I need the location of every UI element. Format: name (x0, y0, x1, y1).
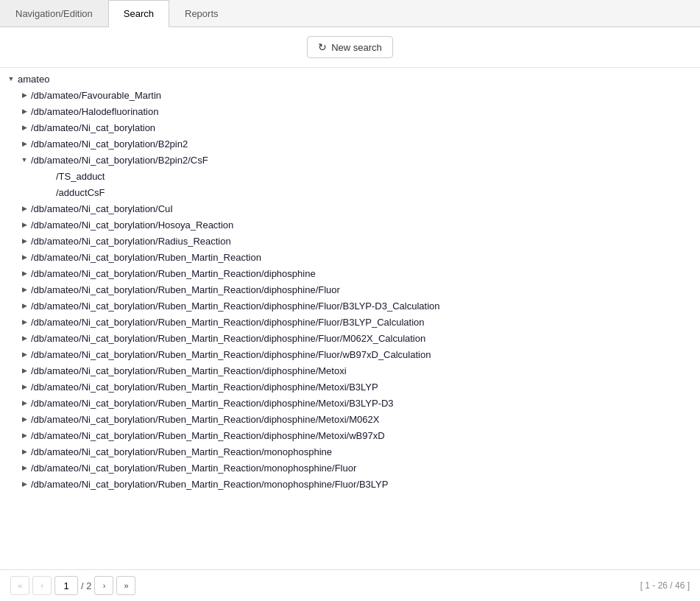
tree-item-label: /db/amateo/Ni_cat_borylation/Ruben_Marti… (31, 268, 316, 279)
tree-item-label: /db/amateo/Ni_cat_borylation (31, 122, 155, 133)
tree-item-label: /db/amateo/Ni_cat_borylation/Ruben_Marti… (31, 398, 394, 409)
tree-item[interactable]: ▶/db/amateo/Ni_cat_borylation/Ruben_Mart… (0, 460, 700, 476)
tree-toggle-icon: ▶ (18, 477, 31, 491)
tree-item[interactable]: ▶/db/amateo/Ni_cat_borylation/Ruben_Mart… (0, 395, 700, 411)
tree-item-label: /db/amateo/Ni_cat_borylation/Ruben_Marti… (31, 430, 385, 441)
page-of-label: / 2 (81, 580, 91, 591)
tree-item-label: /db/amateo/Ni_cat_borylation/Ruben_Marti… (31, 446, 332, 457)
tree-item-label: /db/amateo/Ni_cat_borylation/B2pin2/CsF (31, 155, 208, 166)
tree-item[interactable]: ▶/db/amateo/Favourable_Martin (0, 87, 700, 103)
tree-item-label: /db/amateo/Ni_cat_borylation/Ruben_Marti… (31, 382, 378, 393)
first-page-button[interactable]: « (10, 576, 29, 595)
tree-toggle-icon: ▶ (18, 315, 31, 328)
tree-toggle-icon: ▶ (18, 218, 31, 231)
new-search-label: New search (331, 42, 382, 53)
tree-toggle-icon (43, 186, 56, 199)
pagination-controls: « ‹ / 2 › » (10, 576, 135, 595)
refresh-icon: ↻ (318, 41, 327, 53)
tree-toggle-icon: ▶ (18, 250, 31, 264)
tree-item-label: /db/amateo/Ni_cat_borylation/Ruben_Marti… (31, 300, 439, 312)
tree-item[interactable]: ▶/db/amateo/Ni_cat_borylation/Ruben_Mart… (0, 476, 700, 492)
tree-item[interactable]: ▶/db/amateo/Ni_cat_borylation/Ruben_Mart… (0, 427, 700, 443)
tree-toggle-icon: ▶ (18, 396, 31, 410)
tree-items-container: ▶/db/amateo/Favourable_Martin▶/db/amateo… (0, 87, 700, 492)
tree-toggle-icon: ▶ (18, 202, 31, 215)
app-wrapper: Navigation/Edition Search Reports ↻ New … (0, 0, 700, 601)
tree-item[interactable]: ▶/db/amateo/Ni_cat_borylation/Hosoya_Rea… (0, 217, 700, 233)
tree-toggle-icon: ▶ (18, 445, 31, 458)
tree-item-label: /db/amateo/Ni_cat_borylation/Ruben_Marti… (31, 333, 425, 344)
prev-page-button[interactable]: ‹ (32, 576, 52, 595)
tree-toggle-icon: ▶ (18, 105, 31, 118)
tab-search[interactable]: Search (108, 0, 169, 27)
pagination-bar: « ‹ / 2 › » [ 1 - 26 / 46 ] (0, 569, 700, 601)
tree-toggle-icon: ▼ (18, 153, 31, 166)
tree-item-label: /db/amateo/Ni_cat_borylation/Ruben_Marti… (31, 349, 431, 360)
tree-item[interactable]: ▶/db/amateo/Ni_cat_borylation/Ruben_Mart… (0, 346, 700, 362)
tree-toggle-icon (43, 169, 56, 183)
tree-toggle-icon: ▶ (18, 267, 31, 280)
tree-item-label: /db/amateo/Ni_cat_borylation/Ruben_Marti… (31, 365, 347, 376)
tree-item-label: /db/amateo/Ni_cat_borylation/Ruben_Marti… (31, 463, 356, 474)
tree-item[interactable]: ▶/db/amateo/Ni_cat_borylation/CuI (0, 200, 700, 217)
tree-item[interactable]: ▶/db/amateo/Ni_cat_borylation (0, 119, 700, 136)
tab-navigation-edition[interactable]: Navigation/Edition (0, 0, 108, 27)
tree-item[interactable]: ▼/db/amateo/Ni_cat_borylation/B2pin2/CsF (0, 152, 700, 168)
tree-toggle-icon: ▶ (18, 364, 31, 377)
tree-item[interactable]: /TS_adduct (0, 168, 700, 184)
tree-root[interactable]: ▼ amateo (0, 71, 700, 87)
tree-toggle-icon: ▶ (18, 380, 31, 393)
tree-toggle-icon: ▶ (18, 331, 31, 345)
tree-item[interactable]: ▶/db/amateo/Ni_cat_borylation/Ruben_Mart… (0, 411, 700, 427)
tab-reports[interactable]: Reports (169, 0, 234, 27)
pagination-info: [ 1 - 26 / 46 ] (640, 580, 690, 591)
tree-item[interactable]: ▶/db/amateo/Ni_cat_borylation/B2pin2 (0, 136, 700, 152)
page-number-input[interactable] (54, 576, 78, 595)
tree-item[interactable]: ▶/db/amateo/Ni_cat_borylation/Ruben_Mart… (0, 281, 700, 298)
root-toggle-icon: ▼ (4, 72, 18, 85)
tree-toggle-icon: ▶ (18, 234, 31, 247)
tree-item-label: /db/amateo/Favourable_Martin (31, 90, 161, 101)
tree-item-label: /db/amateo/Ni_cat_borylation/Hosoya_Reac… (31, 219, 233, 231)
tree-item[interactable]: ▶/db/amateo/Ni_cat_borylation/Ruben_Mart… (0, 379, 700, 395)
tree-item[interactable]: ▶/db/amateo/Ni_cat_borylation/Ruben_Mart… (0, 265, 700, 281)
tab-bar: Navigation/Edition Search Reports (0, 0, 700, 27)
tree-toggle-icon: ▶ (18, 137, 31, 150)
tree-item[interactable]: ▶/db/amateo/Ni_cat_borylation/Ruben_Mart… (0, 298, 700, 314)
tree-toggle-icon: ▶ (18, 348, 31, 361)
tree-item-label: /db/amateo/Ni_cat_borylation/Ruben_Marti… (31, 479, 388, 490)
tree-toggle-icon: ▶ (18, 461, 31, 474)
tree-item[interactable]: ▶/db/amateo/Halodefluorination (0, 103, 700, 119)
tree-toggle-icon: ▶ (18, 88, 31, 102)
tree-item[interactable]: ▶/db/amateo/Ni_cat_borylation/Ruben_Mart… (0, 443, 700, 460)
tree-toggle-icon: ▶ (18, 121, 31, 134)
tree-item-label: /db/amateo/Ni_cat_borylation/Radius_Reac… (31, 236, 231, 247)
tree-item[interactable]: ▶/db/amateo/Ni_cat_borylation/Ruben_Mart… (0, 249, 700, 265)
tree-item-label: /adductCsF (56, 187, 105, 198)
tree-toggle-icon: ▶ (18, 299, 31, 312)
tree-item-label: /db/amateo/Ni_cat_borylation/CuI (31, 203, 173, 214)
tree-item[interactable]: /adductCsF (0, 184, 700, 200)
tree-toggle-icon: ▶ (18, 412, 31, 426)
tree-item-label: /db/amateo/Ni_cat_borylation/B2pin2 (31, 138, 188, 150)
tree-toggle-icon: ▶ (18, 283, 31, 296)
last-page-button[interactable]: » (116, 576, 135, 595)
tree-item-label: /db/amateo/Ni_cat_borylation/Ruben_Marti… (31, 414, 379, 425)
tree-item[interactable]: ▶/db/amateo/Ni_cat_borylation/Ruben_Mart… (0, 330, 700, 346)
next-page-button[interactable]: › (94, 576, 113, 595)
tree-item-label: /db/amateo/Ni_cat_borylation/Ruben_Marti… (31, 284, 340, 295)
tree-item[interactable]: ▶/db/amateo/Ni_cat_borylation/Ruben_Mart… (0, 362, 700, 379)
tree-item-label: /db/amateo/Ni_cat_borylation/Ruben_Marti… (31, 252, 261, 263)
tree-container: ▼ amateo ▶/db/amateo/Favourable_Martin▶/… (0, 68, 700, 566)
new-search-button[interactable]: ↻ New search (307, 36, 393, 58)
tree-item[interactable]: ▶/db/amateo/Ni_cat_borylation/Ruben_Mart… (0, 314, 700, 330)
toolbar: ↻ New search (0, 27, 700, 68)
tree-item-label: /TS_adduct (56, 171, 105, 182)
tree-item-label: /db/amateo/Ni_cat_borylation/Ruben_Marti… (31, 317, 425, 328)
tree-toggle-icon: ▶ (18, 429, 31, 442)
tree-item[interactable]: ▶/db/amateo/Ni_cat_borylation/Radius_Rea… (0, 233, 700, 249)
tree-item-label: /db/amateo/Halodefluorination (31, 106, 158, 117)
root-label: amateo (18, 74, 49, 85)
